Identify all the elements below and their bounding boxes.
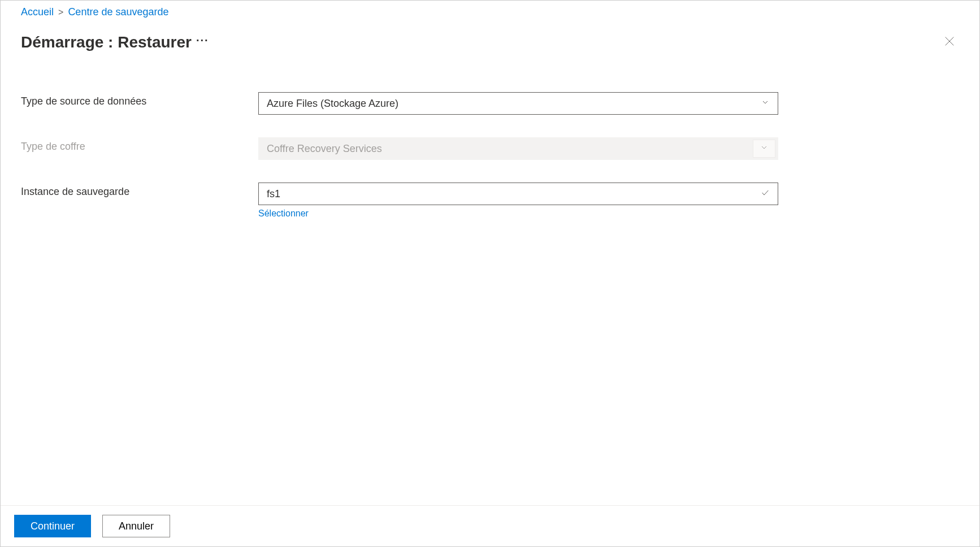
backup-instance-value: fs1: [267, 188, 280, 200]
more-menu-button[interactable]: ···: [196, 34, 209, 50]
close-icon: [943, 35, 956, 49]
close-button[interactable]: [940, 32, 959, 53]
breadcrumb-backup-center-link[interactable]: Centre de sauvegarde: [68, 6, 168, 18]
breadcrumb: Accueil > Centre de sauvegarde: [1, 1, 979, 18]
chevron-down-icon: [761, 98, 770, 110]
datasource-type-value: Azure Files (Stockage Azure): [267, 98, 398, 110]
datasource-type-select[interactable]: Azure Files (Stockage Azure): [258, 92, 778, 115]
cancel-button[interactable]: Annuler: [102, 515, 170, 537]
breadcrumb-separator: >: [58, 7, 63, 18]
check-icon: [761, 188, 770, 200]
vault-type-select: Coffre Recovery Services: [258, 137, 778, 160]
backup-instance-select[interactable]: fs1: [258, 183, 778, 205]
page-title: Démarrage : Restaurer ···: [21, 33, 209, 51]
vault-type-label: Type de coffre: [21, 137, 258, 153]
breadcrumb-home-link[interactable]: Accueil: [21, 6, 54, 18]
vault-type-value: Coffre Recovery Services: [267, 143, 382, 155]
select-instance-link[interactable]: Sélectionner: [258, 209, 309, 219]
datasource-type-label: Type de source de données: [21, 92, 258, 107]
page-title-text: Démarrage : Restaurer: [21, 33, 192, 51]
backup-instance-label: Instance de sauvegarde: [21, 183, 258, 198]
backup-instance-label-text: Instance de sauvegarde: [21, 186, 129, 197]
continue-button[interactable]: Continuer: [14, 515, 91, 537]
chevron-down-icon: [760, 143, 769, 155]
footer: Continuer Annuler: [1, 505, 979, 546]
